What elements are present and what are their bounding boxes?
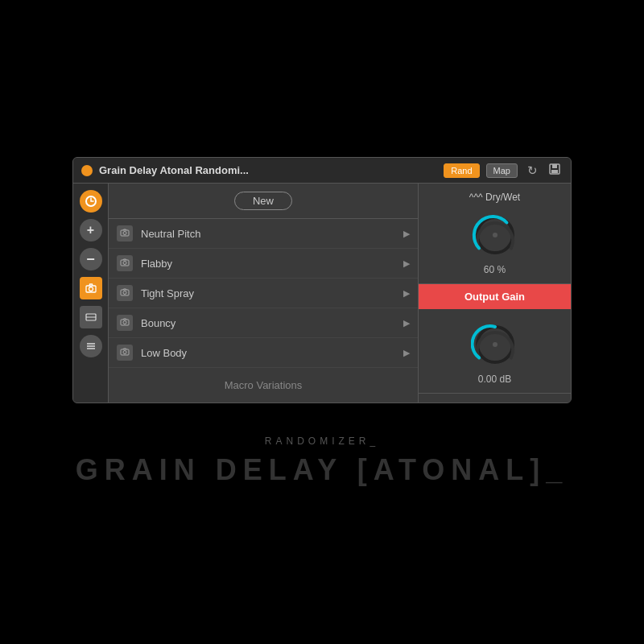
plugin-window: Grain Delay Atonal Randomi... Rand Map ↻… bbox=[72, 157, 572, 403]
list-btn[interactable] bbox=[80, 335, 102, 357]
preset-play-icon[interactable]: ▶ bbox=[403, 288, 410, 299]
new-preset-button[interactable]: New bbox=[234, 192, 292, 210]
output-gain-knob[interactable] bbox=[471, 320, 519, 369]
preset-name: Tight Spray bbox=[141, 287, 403, 299]
add-btn[interactable]: + bbox=[80, 219, 102, 242]
save-button[interactable] bbox=[547, 163, 563, 178]
preset-play-icon[interactable]: ▶ bbox=[403, 348, 410, 358]
randomizer-label: RANDOMIZER_ bbox=[76, 436, 569, 447]
svg-point-14 bbox=[123, 262, 126, 265]
preset-icon bbox=[117, 255, 133, 271]
svg-point-16 bbox=[123, 291, 126, 295]
camera-small-icon bbox=[120, 348, 130, 357]
camera-btn[interactable] bbox=[80, 277, 102, 299]
svg-point-22 bbox=[493, 233, 497, 237]
dry-wet-knob[interactable] bbox=[471, 211, 519, 259]
list-item[interactable]: Flabby ▶ bbox=[109, 249, 418, 279]
preset-name: Flabby bbox=[141, 258, 403, 270]
grain-delay-title: GRAIN DELAY [ATONAL]_ bbox=[76, 453, 569, 487]
list-item[interactable]: Bouncy ▶ bbox=[109, 308, 418, 338]
svg-rect-2 bbox=[551, 170, 558, 173]
plugin-body: + − bbox=[73, 184, 571, 402]
preset-icon bbox=[117, 225, 133, 242]
list-item[interactable]: Low Body ▶ bbox=[109, 338, 418, 368]
preset-play-icon[interactable]: ▶ bbox=[403, 229, 410, 239]
db-icon bbox=[85, 313, 97, 321]
camera-small-icon bbox=[120, 318, 130, 328]
preset-name: Low Body bbox=[141, 347, 403, 359]
plugin-title: Grain Delay Atonal Randomi... bbox=[99, 164, 437, 176]
preset-name: Neutral Pitch bbox=[141, 228, 403, 240]
svg-point-20 bbox=[123, 351, 126, 354]
preset-panel: New Neutral Pitch ▶ bbox=[109, 184, 418, 402]
refresh-button[interactable]: ↻ bbox=[524, 163, 540, 178]
remove-btn[interactable]: − bbox=[80, 248, 102, 270]
title-dot bbox=[81, 165, 93, 176]
macro-variations-button[interactable]: Macro Variations bbox=[109, 368, 418, 402]
map-button[interactable]: Map bbox=[486, 163, 518, 178]
right-panel: ^^^ Dry/Wet 60 % Output Gai bbox=[418, 184, 571, 402]
camera-small-icon bbox=[120, 288, 130, 298]
svg-point-24 bbox=[493, 342, 497, 347]
preset-name: Bouncy bbox=[141, 317, 403, 329]
sidebar: + − bbox=[73, 184, 109, 402]
svg-point-12 bbox=[123, 232, 126, 235]
db-btn[interactable] bbox=[80, 306, 102, 328]
title-bar: Grain Delay Atonal Randomi... Rand Map ↻ bbox=[73, 158, 571, 184]
dry-wet-knob-svg bbox=[471, 211, 519, 259]
preset-list: Neutral Pitch ▶ Flabby ▶ bbox=[109, 219, 418, 368]
list-item[interactable]: Tight Spray ▶ bbox=[109, 279, 418, 308]
save-icon bbox=[548, 163, 561, 175]
dry-wet-label: ^^^ Dry/Wet bbox=[469, 192, 520, 203]
output-gain-label[interactable]: Output Gain bbox=[419, 284, 571, 309]
svg-rect-1 bbox=[552, 164, 557, 168]
output-gain-knob-svg bbox=[471, 320, 519, 369]
svg-point-18 bbox=[123, 321, 126, 324]
camera-small-icon bbox=[120, 229, 130, 238]
randomize-icon bbox=[85, 195, 97, 208]
svg-point-5 bbox=[89, 287, 93, 291]
output-gain-value: 0.00 dB bbox=[478, 374, 511, 385]
dry-wet-value: 60 % bbox=[484, 264, 506, 275]
rand-button[interactable]: Rand bbox=[444, 163, 479, 178]
preset-header: New bbox=[109, 184, 418, 219]
preset-play-icon[interactable]: ▶ bbox=[403, 318, 410, 328]
preset-icon bbox=[117, 315, 133, 331]
camera-icon bbox=[85, 283, 97, 293]
preset-play-icon[interactable]: ▶ bbox=[403, 258, 410, 269]
list-item[interactable]: Neutral Pitch ▶ bbox=[109, 219, 418, 249]
output-gain-section: 0.00 dB bbox=[419, 309, 571, 394]
dry-wet-section: ^^^ Dry/Wet 60 % bbox=[419, 184, 571, 284]
preset-icon bbox=[117, 285, 133, 301]
preset-icon bbox=[117, 345, 133, 361]
randomize-btn[interactable] bbox=[80, 190, 102, 213]
list-icon bbox=[85, 341, 97, 351]
footer: RANDOMIZER_ GRAIN DELAY [ATONAL]_ bbox=[76, 436, 569, 487]
camera-small-icon bbox=[120, 258, 130, 268]
